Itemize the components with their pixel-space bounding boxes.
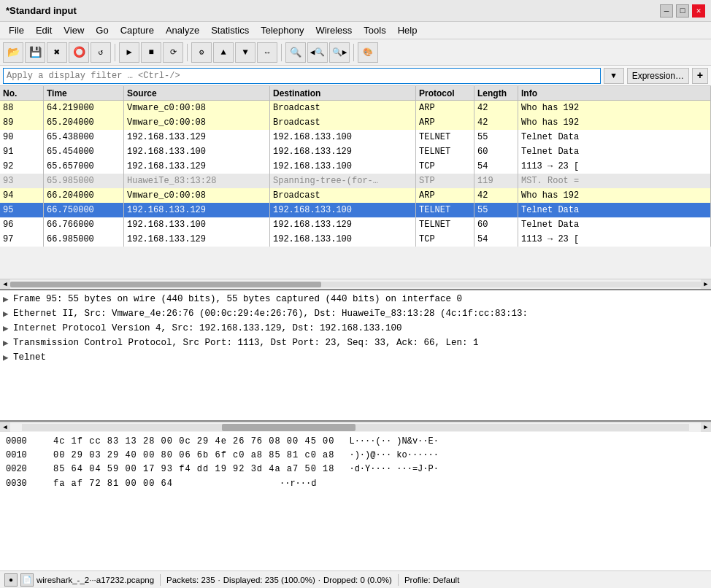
menu-go[interactable]: Go	[90, 23, 114, 37]
detail-hscroll-thumb[interactable]	[222, 424, 356, 431]
status-separator-1	[160, 574, 161, 586]
table-row[interactable]: 9666.766000192.168.133.100192.168.133.12…	[0, 217, 711, 232]
statusbar: ● 📄 wireshark_-_2···a17232.pcapng Packet…	[0, 570, 711, 588]
list-item: 001000 29 03 29 40 00 80 06 6b 6f c0 a8 …	[6, 449, 705, 463]
list-item[interactable]: ▶ Frame 95: 55 bytes on wire (440 bits),…	[0, 292, 711, 306]
list-item[interactable]: ▶ Internet Protocol Version 4, Src: 192.…	[0, 321, 711, 336]
hex-ascii: ·d·Y···· ···=J·P·	[349, 463, 438, 476]
list-item[interactable]: ▶ Transmission Control Protocol, Src Por…	[0, 336, 711, 350]
toolbar: 📂 💾 ✖ ⭕ ↺ ▶ ■ ⟳ ⚙ ▲ ▼ ↔ 🔍 ◀🔍 🔍▶ 🎨	[0, 39, 711, 66]
menu-file[interactable]: File	[3, 23, 30, 37]
capture-start-button[interactable]: ▶	[119, 42, 139, 63]
hex-offset: 0000	[6, 435, 39, 449]
packet-list-hscroll[interactable]: ◀ ▶	[0, 279, 711, 289]
expression-button[interactable]: Expression…	[627, 68, 689, 84]
capture-stop-button[interactable]: ■	[141, 42, 161, 63]
find-packet-button[interactable]: 🔍	[285, 42, 306, 63]
header-no: No.	[0, 86, 44, 100]
maximize-button[interactable]: □	[676, 4, 689, 18]
packet-down-button[interactable]: ▼	[235, 42, 255, 63]
toolbar-separator-2	[187, 44, 188, 61]
table-row[interactable]: 9165.454000192.168.133.100192.168.133.12…	[0, 144, 711, 159]
menu-help[interactable]: Help	[392, 23, 423, 37]
menu-view[interactable]: View	[58, 23, 90, 37]
menu-statistics[interactable]: Statistics	[205, 23, 255, 37]
list-item[interactable]: ▶ Ethernet II, Src: Vmware_4e:26:76 (00:…	[0, 306, 711, 321]
menu-analyze[interactable]: Analyze	[160, 23, 205, 37]
hex-offset: 0030	[6, 477, 39, 491]
reload-button[interactable]: ⭕	[69, 42, 89, 63]
menu-capture[interactable]: Capture	[115, 23, 160, 37]
header-length: Length	[474, 86, 518, 100]
hex-bytes: fa af 72 81 00 00 64	[53, 477, 265, 491]
filterbar: ▼ Expression… +	[0, 66, 711, 86]
header-time: Time	[44, 86, 124, 100]
table-row[interactable]: 9466.204000Vmware_c0:00:08BroadcastARP42…	[0, 188, 711, 203]
find-next-button[interactable]: 🔍▶	[329, 42, 350, 63]
expand-icon: ▶	[3, 293, 13, 305]
titlebar-controls: — □ ✕	[660, 4, 705, 18]
header-destination: Destination	[270, 86, 416, 100]
menu-telephony[interactable]: Telephony	[255, 23, 310, 37]
header-info: Info	[518, 86, 711, 100]
list-item: 00004c 1f cc 83 13 28 00 0c 29 4e 26 76 …	[6, 435, 705, 449]
titlebar-title: *Standard input	[6, 5, 77, 16]
header-source: Source	[124, 86, 270, 100]
hscroll-left-button[interactable]: ◀	[0, 279, 10, 290]
table-row[interactable]: 8965.204000Vmware_c0:00:08BroadcastARP42…	[0, 115, 711, 130]
table-row[interactable]: 9065.438000192.168.133.129192.168.133.10…	[0, 130, 711, 144]
list-item[interactable]: ▶ Telnet	[0, 350, 711, 365]
menu-edit[interactable]: Edit	[30, 23, 58, 37]
filter-dropdown-button[interactable]: ▼	[604, 68, 624, 84]
table-row[interactable]: 9365.985000HuaweiTe_83:13:28Spanning-tre…	[0, 174, 711, 188]
expand-icon: ▶	[3, 308, 13, 320]
menubar: File Edit View Go Capture Analyze Statis…	[0, 22, 711, 39]
go-to-packet-button[interactable]: ↔	[257, 42, 277, 63]
minimize-button[interactable]: —	[660, 4, 673, 18]
detail-text: Internet Protocol Version 4, Src: 192.16…	[13, 323, 708, 333]
detail-hscroll-right[interactable]: ▶	[701, 422, 711, 433]
hex-bytes: 4c 1f cc 83 13 28 00 0c 29 4e 26 76 08 0…	[53, 435, 334, 449]
open-button[interactable]: 📂	[3, 42, 23, 63]
toolbar-separator-4	[353, 44, 354, 61]
status-dropped: Dropped: 0 (0.0%)	[323, 576, 392, 584]
detail-text: Ethernet II, Src: Vmware_4e:26:76 (00:0c…	[13, 309, 708, 319]
packet-up-button[interactable]: ▲	[213, 42, 234, 63]
capture-restart-button[interactable]: ⟳	[163, 42, 183, 63]
table-row[interactable]: 9766.985000192.168.133.129192.168.133.10…	[0, 232, 711, 247]
titlebar: *Standard input — □ ✕	[0, 0, 711, 22]
hscroll-right-button[interactable]: ▶	[701, 279, 711, 290]
table-row[interactable]: 9566.750000192.168.133.129192.168.133.10…	[0, 203, 711, 217]
hex-offset: 0010	[6, 449, 39, 463]
list-item: 002085 64 04 59 00 17 93 f4 dd 19 92 3d …	[6, 463, 705, 476]
find-prev-button[interactable]: ◀🔍	[307, 42, 328, 63]
add-filter-button[interactable]: +	[692, 68, 708, 84]
hex-panel: 00004c 1f cc 83 13 28 00 0c 29 4e 26 76 …	[0, 432, 711, 570]
close-button[interactable]: ✕	[692, 4, 705, 18]
packet-list-body: 8864.219000Vmware_c0:00:08BroadcastARP42…	[0, 101, 711, 279]
filter-input[interactable]	[3, 68, 601, 84]
table-row[interactable]: 8864.219000Vmware_c0:00:08BroadcastARP42…	[0, 101, 711, 115]
hex-ascii: ··r···d	[280, 477, 316, 491]
list-item: 0030fa af 72 81 00 00 64··r···d	[6, 477, 705, 491]
status-separator-2	[398, 574, 399, 586]
status-ready-icon: ●	[4, 573, 18, 587]
expand-icon: ▶	[3, 352, 13, 363]
detail-hscroll-left[interactable]: ◀	[0, 422, 10, 433]
menu-tools[interactable]: Tools	[358, 23, 391, 37]
hex-ascii: ·)·)@··· ko······	[349, 449, 438, 463]
capture-options-button[interactable]: ⚙	[191, 42, 212, 63]
packet-list-header: No. Time Source Destination Protocol Len…	[0, 86, 711, 101]
status-packets: Packets: 235	[166, 576, 215, 584]
packet-list-container: No. Time Source Destination Protocol Len…	[0, 86, 711, 290]
restart-button[interactable]: ↺	[91, 42, 111, 63]
status-sep-dot-1: ·	[218, 576, 220, 584]
detail-hscroll[interactable]: ◀ ▶	[0, 422, 711, 432]
colorize-button[interactable]: 🎨	[358, 42, 378, 63]
table-row[interactable]: 9265.657000192.168.133.129192.168.133.10…	[0, 159, 711, 174]
close-capture-button[interactable]: ✖	[47, 42, 67, 63]
status-file-icon: 📄	[20, 573, 34, 587]
menu-wireless[interactable]: Wireless	[310, 23, 358, 37]
save-button[interactable]: 💾	[25, 42, 45, 63]
detail-hscroll-track[interactable]	[22, 424, 689, 431]
